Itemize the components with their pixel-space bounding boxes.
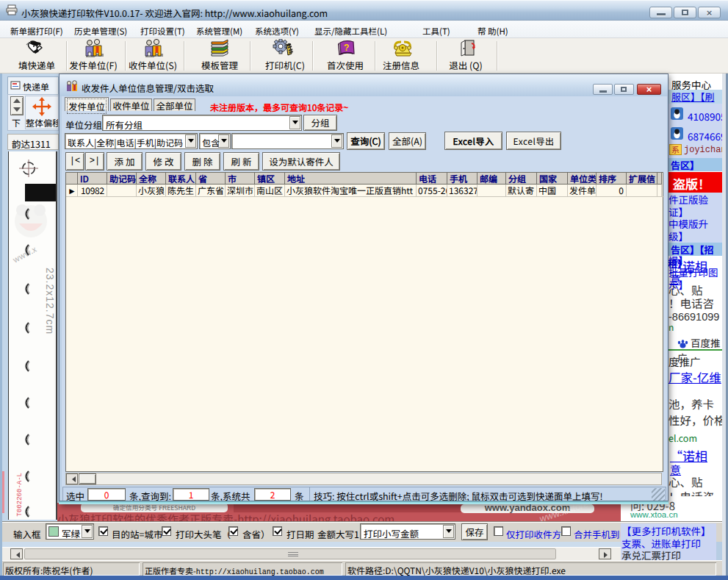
svg-text:?: ? — [344, 40, 349, 53]
